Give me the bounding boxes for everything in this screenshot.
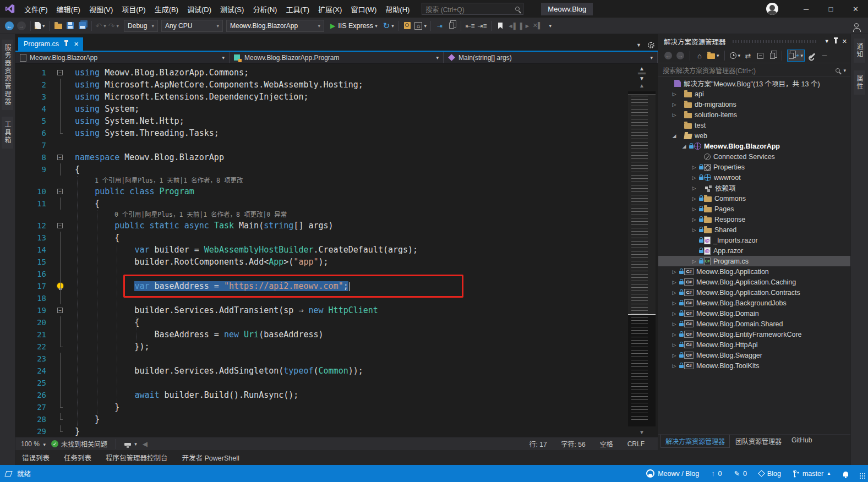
left-strip-tab-工具箱[interactable]: 工具箱 [2, 117, 13, 149]
expander-collapsed-icon[interactable]: ▷ [670, 91, 678, 97]
expander-collapsed-icon[interactable]: ▷ [670, 300, 678, 306]
menu-item-分析N[interactable]: 分析(N) [248, 0, 281, 18]
tree-item-Meowv.Blog.Application[interactable]: ▷C#Meowv.Blog.Application [658, 266, 850, 277]
fold-marker[interactable]: − [55, 67, 66, 79]
zoom-level-combo[interactable]: 100 % ▾ [21, 440, 46, 448]
expander-collapsed-icon[interactable]: ▷ [670, 102, 678, 107]
se-hide-icon[interactable]: ─ [819, 49, 830, 62]
toolbar-overflow-icon[interactable]: ▾ [543, 19, 555, 32]
undo-icon[interactable]: ↶▾ [95, 19, 107, 32]
panel-tab-错误列表[interactable]: 错误列表 [22, 452, 50, 463]
panel-pin-icon[interactable] [835, 39, 837, 43]
expander-collapsed-icon[interactable]: ▷ [670, 332, 678, 337]
expander-collapsed-icon[interactable]: ▷ [670, 112, 678, 118]
se-bottom-tab-团队资源管理器[interactable]: 团队资源管理器 [731, 435, 786, 447]
tree-item-api[interactable]: ▷api [658, 89, 850, 99]
menu-item-帮助H[interactable]: 帮助(H) [381, 0, 414, 18]
close-icon[interactable]: ✕ [843, 0, 868, 18]
feedback-icon[interactable] [850, 19, 862, 32]
expander-collapsed-icon[interactable]: ▷ [690, 165, 698, 170]
tree-item-App.razor[interactable]: @App.razor [658, 245, 850, 256]
tree-item-[interactable]: ▷依赖项 [658, 183, 850, 193]
clear-bookmarks-icon[interactable]: ✕▌ [531, 19, 543, 32]
tree-item-test[interactable]: test [658, 120, 850, 130]
expander-collapsed-icon[interactable]: ▷ [690, 227, 698, 233]
codelens-info[interactable]: 0 个引用|阿星Plus，1 天前|1 名作者，8 项更改|0 异常 [15, 210, 658, 220]
tree-item-Properties[interactable]: ▷Properties [658, 162, 850, 172]
fold-marker[interactable]: − [55, 151, 66, 163]
tree-item-web[interactable]: ◢web [658, 130, 850, 141]
maximize-icon[interactable]: □ [818, 0, 843, 18]
caret-line-indicator[interactable]: 行: 17 [529, 439, 547, 448]
tree-item-Meowv.Blog.BackgroundJobs[interactable]: ▷C#Meowv.Blog.BackgroundJobs [658, 298, 850, 308]
minimize-icon[interactable]: ─ [794, 0, 818, 18]
document-tab[interactable]: Program.cs ✕ [18, 37, 83, 51]
fold-marker[interactable]: − [55, 185, 66, 198]
left-strip-tab-服务器资源管理器[interactable]: 服务器资源管理器 [2, 40, 13, 110]
panel-close-icon[interactable]: ✕ [842, 38, 847, 45]
expander-collapsed-icon[interactable]: ▷ [670, 363, 678, 369]
se-sync-active-document-icon[interactable]: ⇄▾ [786, 49, 806, 62]
tab-close-icon[interactable]: ✕ [74, 41, 79, 48]
right-strip-tab-通知[interactable]: 通知 [854, 39, 865, 63]
menu-item-调试D[interactable]: 调试(D) [183, 0, 216, 18]
expander-collapsed-icon[interactable]: ▷ [670, 321, 678, 327]
tree-item-Meowv.Blog1313[interactable]: 解决方案"Meowv.Blog"(13 个项目，共 13 个) [658, 78, 850, 89]
tree-item-Meowv.Blog.Domain[interactable]: ▷C#Meowv.Blog.Domain [658, 308, 850, 319]
tree-item-Meowv.Blog.ToolKits[interactable]: ▷C#Meowv.Blog.ToolKits [658, 360, 850, 371]
tree-item-db-migrations[interactable]: ▷db-migrations [658, 99, 850, 109]
branch-button[interactable]: master ▲ [793, 470, 831, 478]
pin-icon[interactable] [65, 42, 67, 46]
github-repo-button[interactable]: Meowv / Blog [646, 469, 699, 478]
save-all-icon[interactable] [77, 19, 89, 32]
push-count-button[interactable]: ↑ 0 [711, 470, 722, 478]
se-refresh-icon[interactable]: ⇄ [743, 49, 754, 62]
tree-item-wwwroot[interactable]: ▷wwwroot [658, 172, 850, 183]
fold-marker[interactable]: − [55, 304, 66, 316]
refresh-icon[interactable]: ↻▾ [382, 19, 395, 32]
se-switch-views-icon[interactable]: ▾ [706, 49, 720, 62]
tab-list-chevron-icon[interactable]: ▼ [636, 42, 641, 48]
expander-collapsed-icon[interactable]: ▷ [670, 269, 678, 275]
menu-item-测试S[interactable]: 测试(S) [216, 0, 248, 18]
tree-item-Pages[interactable]: ▷Pages [658, 204, 850, 214]
code-editor[interactable]: 1−using Meowv.Blog.BlazorApp.Commons;2us… [15, 64, 658, 437]
tree-item-Response[interactable]: ▷Response [658, 214, 850, 224]
tree-item-Meowv.Blog.BlazorApp[interactable]: ◢Meowv.Blog.BlazorApp [658, 141, 850, 151]
expander-collapsed-icon[interactable]: ▷ [670, 290, 678, 295]
menu-item-编辑E[interactable]: 编辑(E) [52, 0, 85, 18]
tree-item-Meowv.Blog.Application.Contracts[interactable]: ▷C#Meowv.Blog.Application.Contracts [658, 287, 850, 298]
run-button[interactable]: ▶ IIS Express▾ [328, 19, 380, 32]
tree-item-solution-items[interactable]: ▷solution-items [658, 109, 850, 120]
pending-edits-button[interactable]: ✎ 0 [734, 469, 746, 478]
repository-button[interactable]: Blog [759, 470, 781, 478]
minimap[interactable] [628, 91, 656, 426]
caret-column-indicator[interactable]: 字符: 56 [561, 439, 586, 448]
expander-expanded-icon[interactable]: ◢ [680, 144, 688, 149]
user-avatar[interactable] [766, 3, 778, 15]
whitespace-indicator[interactable]: 空格 [600, 439, 613, 448]
expander-collapsed-icon[interactable]: ▷ [690, 206, 698, 212]
navigate-forward-icon[interactable]: → [15, 19, 28, 32]
breadcrumb-segment[interactable]: Meowv.Blog.BlazorApp▾ [15, 52, 230, 63]
se-bottom-tab-GitHub[interactable]: GitHub [787, 435, 816, 446]
tree-item-Program.cs[interactable]: ▷C#Program.cs [658, 256, 850, 266]
notifications-bell-icon[interactable] [843, 472, 848, 476]
panel-menu-chevron-icon[interactable]: ▼ [825, 39, 829, 44]
solution-search-box[interactable]: 搜索解决方案资源管理器(Ctrl+;) ▾ [658, 63, 850, 77]
panel-tab-开发者 PowerShell[interactable]: 开发者 PowerShell [182, 452, 239, 463]
redo-icon[interactable]: ↷▾ [107, 19, 120, 32]
expander-collapsed-icon[interactable]: ▷ [690, 185, 698, 191]
scroll-up-icon[interactable]: ▲ [639, 83, 645, 89]
tree-item-Meowv.Blog.EntityFrameworkCore[interactable]: ▷C#Meowv.Blog.EntityFrameworkCore [658, 329, 850, 339]
find-in-files-icon[interactable] [401, 19, 413, 32]
new-file-icon[interactable]: ▾ [34, 19, 46, 32]
line-ending-indicator[interactable]: CRLF [627, 440, 645, 448]
indent-increase-icon[interactable]: ⇥≡ [476, 19, 488, 32]
tree-item-_Imports.razor[interactable]: @_Imports.razor [658, 235, 850, 245]
se-properties-pages-icon[interactable] [767, 49, 778, 62]
panel-tab-程序包管理器控制台[interactable]: 程序包管理器控制台 [106, 452, 168, 463]
menu-item-文件F[interactable]: 文件(F) [20, 0, 52, 18]
se-back-icon[interactable]: ← [663, 49, 674, 62]
tree-item-Meowv.Blog.Swagger[interactable]: ▷C#Meowv.Blog.Swagger [658, 350, 850, 360]
